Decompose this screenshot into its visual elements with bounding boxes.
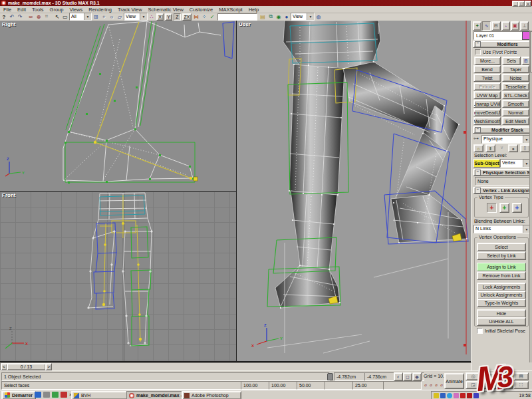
numeric-field-3[interactable]: 50.00: [297, 381, 329, 390]
tab-display[interactable]: ▣: [511, 21, 519, 31]
menu-file[interactable]: File: [3, 7, 12, 13]
numeric-field-1[interactable]: 100.00: [241, 381, 273, 390]
tray-icon-2[interactable]: [440, 393, 446, 398]
modifier-tessellate-button[interactable]: Tessellate: [502, 82, 529, 90]
restrict-x-button[interactable]: X: [156, 13, 164, 21]
render-last-icon[interactable]: ◍: [315, 13, 323, 21]
title-bar[interactable]: make_momdel.max - 3D Studio MAX R3.1 _ □…: [0, 0, 532, 6]
sub-object-button[interactable]: Sub-Object: [473, 159, 500, 168]
modifier-editmesh-button[interactable]: Edit Mesh: [502, 117, 529, 125]
tray-icon-4[interactable]: [454, 393, 459, 398]
undo-icon[interactable]: ↶: [8, 13, 16, 21]
restrict-z-button[interactable]: Z: [174, 13, 181, 21]
blending-dropdown[interactable]: N Links ▼: [473, 225, 531, 233]
menu-schematic-view[interactable]: Schematic View: [148, 7, 184, 13]
menu-maxscript[interactable]: MAXScript: [218, 7, 243, 13]
select-object-icon[interactable]: ↖: [53, 13, 61, 21]
select-and-link-icon[interactable]: ∞: [27, 13, 35, 21]
modifier-unwrapuvw-button[interactable]: Unwrap UVW: [473, 100, 501, 108]
viewport-right-canvas[interactable]: Z Y: [0, 21, 236, 191]
key-mode-icon-2[interactable]: σ: [428, 382, 434, 388]
assign-to-link-button[interactable]: Assign to Link: [477, 263, 526, 271]
quick-launch-icon-2[interactable]: [43, 392, 50, 398]
render-type-dropdown[interactable]: View ▼: [291, 13, 315, 21]
modifier-meshsmooth-button[interactable]: MeshSmooth: [473, 117, 501, 125]
sub-object-dropdown[interactable]: Vertex ▼: [500, 159, 531, 168]
mirror-icon[interactable]: ⋈: [192, 13, 200, 21]
crossing-toggle-icon[interactable]: ⊞: [92, 13, 100, 21]
render-scene-icon[interactable]: ●: [283, 13, 291, 21]
viewport-user[interactable]: User: [237, 21, 471, 361]
unhide-all-button[interactable]: UnHide ALL: [477, 317, 526, 326]
track-view-icon[interactable]: ▤: [259, 13, 267, 21]
viewport-user-label[interactable]: User: [239, 21, 251, 27]
array-icon[interactable]: ⁘: [200, 13, 208, 21]
selection-lock-icon[interactable]: [327, 373, 333, 380]
modifier-bend-button[interactable]: Bend: [473, 65, 501, 73]
menu-track-view[interactable]: Track View: [117, 7, 143, 13]
maxscript-mini-listener[interactable]: [383, 381, 422, 390]
modifier-noise-button[interactable]: Noise: [502, 74, 529, 82]
viewport-user-canvas[interactable]: Z Y X: [237, 21, 471, 361]
selection-filter-dropdown[interactable]: All ▼: [69, 13, 92, 21]
menu-group[interactable]: Group: [49, 7, 65, 13]
key-mode-icon-3[interactable]: σ: [434, 382, 439, 388]
zoom-extents-all-icon[interactable]: ▤: [513, 372, 529, 380]
menu-rendering[interactable]: Rendering: [88, 7, 112, 13]
modifier-twist-button[interactable]: Twist: [473, 74, 501, 82]
lock-stack-icon[interactable]: ●: [508, 144, 518, 152]
more-button[interactable]: More...: [474, 57, 501, 65]
quick-launch-icon-1[interactable]: [35, 392, 41, 398]
task-bvh[interactable]: BVH: [71, 391, 130, 399]
zoom-all-icon[interactable]: ◉: [481, 372, 497, 380]
region-zoom-icon[interactable]: ◲: [466, 381, 481, 389]
type-in-weights-button[interactable]: Type-In Weights: [477, 299, 526, 307]
rollout-vertex-link[interactable]: − Vertex - Link Assignment: [473, 187, 532, 194]
tab-utilities[interactable]: ⊥: [520, 21, 529, 31]
deformable-vertex-button[interactable]: +: [487, 203, 497, 213]
modifier-smooth-button[interactable]: Smooth: [502, 100, 529, 108]
rollout-physique-status[interactable]: − Physique Selection Status: [473, 169, 532, 176]
quick-launch-icon-3[interactable]: [52, 392, 59, 398]
numeric-field-2[interactable]: 100.00: [269, 381, 301, 390]
min-max-toggle-icon[interactable]: ⛶: [513, 381, 529, 389]
reference-coordinate-dropdown[interactable]: View ▼: [124, 13, 148, 21]
menu-tools[interactable]: Tools: [31, 7, 45, 13]
animate-button[interactable]: Animate: [444, 373, 464, 389]
remove-modifier-icon[interactable]: ▯: [520, 144, 530, 152]
align-icon[interactable]: ✓: [208, 13, 216, 21]
tray-icon-5[interactable]: [460, 393, 466, 398]
menu-edit[interactable]: Edit: [17, 7, 27, 13]
tab-create[interactable]: ✦: [473, 21, 481, 31]
ik-toggle-icon[interactable]: ∴: [148, 13, 156, 21]
coord-x-field[interactable]: -4.782cm: [334, 372, 368, 381]
viewport-right-label[interactable]: Right: [2, 21, 15, 27]
active-toggle-icon[interactable]: ☼: [473, 144, 483, 152]
modifier-taper-button[interactable]: Taper: [502, 65, 529, 73]
time-slider-thumb[interactable]: 0 / 13: [7, 363, 46, 370]
modifier-stack-dropdown[interactable]: Physique ▼: [481, 135, 531, 144]
select-by-link-button[interactable]: Select by Link: [477, 251, 526, 260]
select-and-rotate-icon[interactable]: ○: [108, 13, 116, 21]
numeric-field-4[interactable]: [325, 381, 356, 390]
menu-customize[interactable]: Customize: [189, 7, 213, 13]
region-select-icon[interactable]: ▭: [61, 13, 69, 21]
rigid-vertex-button[interactable]: +: [499, 203, 509, 213]
panel-scrollbar[interactable]: [529, 30, 532, 362]
task-max[interactable]: make_momdel.max - ...: [126, 391, 185, 399]
select-and-scale-icon[interactable]: ▱: [116, 13, 124, 21]
modifier-normal-button[interactable]: Normal: [502, 108, 529, 116]
modifier-removedeaduv-button[interactable]: emoveDeadUV: [473, 108, 501, 116]
select-button[interactable]: Select: [477, 243, 526, 251]
key-mode-icon-4[interactable]: σ: [439, 382, 444, 388]
pan-icon[interactable]: ✥: [481, 381, 497, 389]
make-unique-icon[interactable]: ∨: [497, 144, 506, 151]
snap-toggle-icon[interactable]: ◻: [403, 372, 412, 381]
tray-icon-7[interactable]: [473, 393, 479, 398]
modifier-stlcheck-button[interactable]: STL-Check: [502, 91, 529, 99]
next-frame-button[interactable]: >: [45, 363, 52, 370]
menu-help[interactable]: Help: [248, 7, 259, 13]
pin-stack-icon[interactable]: ⊶: [473, 136, 480, 142]
initial-pose-checkbox[interactable]: [477, 328, 483, 334]
restrict-y-button[interactable]: Y: [165, 13, 172, 21]
